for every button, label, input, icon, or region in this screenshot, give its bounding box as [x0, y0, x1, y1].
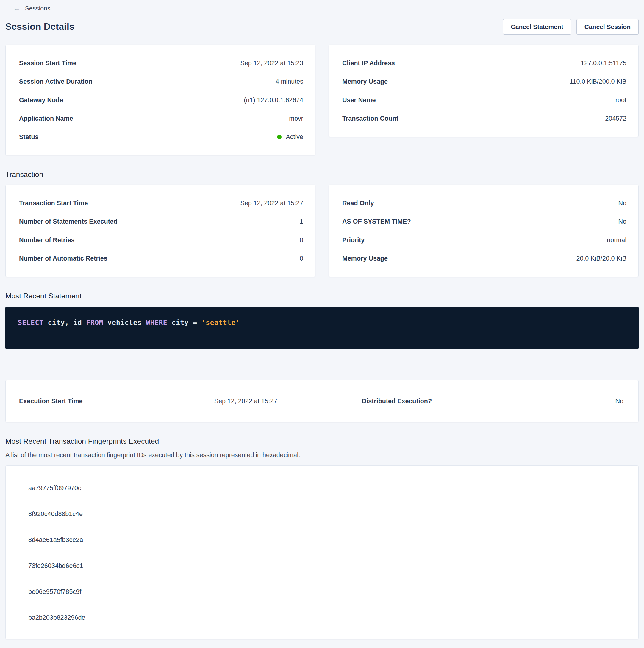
sql-statement-code: SELECT city, id FROM vehicles WHERE city…	[18, 319, 626, 326]
row-transaction-start-time: Transaction Start Time Sep 12, 2022 at 1…	[19, 194, 303, 212]
page-title: Session Details	[5, 21, 74, 32]
row-txn-memory-usage: Memory Usage 20.0 KiB/20.0 KiB	[342, 249, 627, 268]
row-client-ip-address: Client IP Address 127.0.0.1:51175	[342, 54, 627, 72]
row-label: User Name	[342, 97, 375, 104]
cancel-session-button[interactable]: Cancel Session	[576, 19, 639, 35]
row-value: 110.0 KiB/200.0 KiB	[570, 78, 627, 86]
transaction-left-card: Transaction Start Time Sep 12, 2022 at 1…	[5, 184, 315, 277]
fingerprints-card: aa79775ff097970c 8f920c40d88b1c4e 8d4ae6…	[5, 466, 639, 639]
fingerprint-item: 73fe26034bd6e6c1	[6, 553, 638, 579]
row-label: Session Active Duration	[19, 78, 93, 86]
row-value: Sep 12, 2022 at 15:27	[240, 200, 303, 207]
row-label: Number of Automatic Retries	[19, 255, 107, 262]
row-value: movr	[289, 115, 303, 122]
sql-string-literal: 'seattle'	[201, 319, 240, 326]
row-value: root	[616, 97, 627, 104]
row-label: Status	[19, 133, 39, 141]
row-application-name: Application Name movr	[19, 109, 303, 128]
row-label: Number of Statements Executed	[19, 218, 118, 225]
session-summary-grid: Session Start Time Sep 12, 2022 at 15:23…	[5, 45, 639, 155]
row-label: Transaction Start Time	[19, 200, 88, 207]
row-statements-executed: Number of Statements Executed 1	[19, 212, 303, 231]
transaction-right-card: Read Only No AS OF SYSTEM TIME? No Prior…	[329, 184, 639, 277]
row-value: 0	[300, 236, 303, 244]
row-transaction-count: Transaction Count 204572	[342, 109, 627, 128]
fingerprint-item: aa79775ff097970c	[6, 475, 638, 501]
sql-keyword: WHERE	[146, 319, 167, 326]
row-value: 204572	[605, 115, 627, 122]
fingerprint-item: ba2b203b823296de	[6, 605, 638, 631]
row-value: 4 minutes	[276, 78, 303, 86]
sql-text: city, id	[44, 319, 86, 326]
transaction-grid: Transaction Start Time Sep 12, 2022 at 1…	[5, 184, 639, 277]
fingerprints-description: A list of the most recent transaction fi…	[5, 451, 639, 459]
arrow-left-icon: ←	[13, 5, 20, 12]
row-value: 1	[300, 218, 303, 225]
row-value: Sep 12, 2022 at 15:23	[240, 60, 303, 67]
status-active-dot-icon	[277, 135, 282, 140]
row-label: Read Only	[342, 200, 374, 207]
row-value: 20.0 KiB/20.0 KiB	[576, 255, 627, 262]
row-label: Number of Retries	[19, 236, 74, 244]
row-value: normal	[607, 236, 627, 244]
row-value: No	[619, 218, 627, 225]
header-actions: Cancel Statement Cancel Session	[503, 19, 639, 35]
row-label: AS OF SYSTEM TIME?	[342, 218, 411, 225]
sql-keyword: FROM	[86, 319, 103, 326]
row-read-only: Read Only No	[342, 194, 627, 212]
fingerprint-item: 8f920c40d88b1c4e	[6, 501, 638, 527]
row-label: Memory Usage	[342, 78, 388, 86]
sql-keyword: SELECT	[18, 319, 44, 326]
breadcrumb-back-sessions[interactable]: ← Sessions	[5, 3, 50, 12]
status-badge: Active	[277, 133, 303, 141]
client-info-card: Client IP Address 127.0.0.1:51175 Memory…	[329, 45, 639, 137]
row-number-of-retries: Number of Retries 0	[19, 231, 303, 249]
sql-text: vehicles	[103, 319, 146, 326]
page-header: Session Details Cancel Statement Cancel …	[5, 19, 639, 35]
fingerprints-section-heading: Most Recent Transaction Fingerprints Exe…	[5, 437, 639, 445]
row-as-of-system-time: AS OF SYSTEM TIME? No	[342, 212, 627, 231]
breadcrumb-label: Sessions	[25, 5, 50, 12]
row-label: Session Start Time	[19, 60, 76, 67]
fingerprint-item: 8d4ae61a5fb3ce2a	[6, 527, 638, 553]
status-text: Active	[286, 133, 303, 141]
row-label: Memory Usage	[342, 255, 388, 262]
session-details-page: ← Sessions Session Details Cancel Statem…	[0, 0, 644, 648]
session-info-card: Session Start Time Sep 12, 2022 at 15:23…	[5, 45, 315, 155]
row-value: 0	[300, 255, 303, 262]
sql-statement-box: SELECT city, id FROM vehicles WHERE city…	[5, 307, 639, 349]
sql-text: city =	[167, 319, 201, 326]
fingerprint-item: be06e9570f785c9f	[6, 579, 638, 605]
row-memory-usage: Memory Usage 110.0 KiB/200.0 KiB	[342, 72, 627, 91]
distributed-execution-label: Distributed Execution?	[321, 397, 473, 405]
row-label: Transaction Count	[342, 115, 399, 122]
row-user-name: User Name root	[342, 91, 627, 109]
row-session-active-duration: Session Active Duration 4 minutes	[19, 72, 303, 91]
gateway-node-link[interactable]: (n1) 127.0.0.1:62674	[244, 97, 303, 104]
row-status: Status Active	[19, 128, 303, 146]
cancel-statement-button[interactable]: Cancel Statement	[503, 19, 571, 35]
execution-start-time-value: Sep 12, 2022 at 15:27	[170, 397, 321, 405]
row-value: No	[619, 200, 627, 207]
row-label: Gateway Node	[19, 97, 63, 104]
row-value: 127.0.0.1:51175	[581, 60, 627, 67]
row-priority: Priority normal	[342, 231, 627, 249]
row-label: Client IP Address	[342, 60, 395, 67]
row-automatic-retries: Number of Automatic Retries 0	[19, 249, 303, 268]
row-label: Priority	[342, 236, 364, 244]
most-recent-statement-heading: Most Recent Statement	[5, 292, 639, 300]
transaction-section-heading: Transaction	[5, 170, 639, 179]
row-label: Application Name	[19, 115, 73, 122]
row-gateway-node: Gateway Node (n1) 127.0.0.1:62674	[19, 91, 303, 109]
row-session-start-time: Session Start Time Sep 12, 2022 at 15:23	[19, 54, 303, 72]
execution-info-card: Execution Start Time Sep 12, 2022 at 15:…	[5, 380, 639, 422]
distributed-execution-value: No	[472, 397, 624, 405]
execution-start-time-label: Execution Start Time	[19, 397, 170, 405]
